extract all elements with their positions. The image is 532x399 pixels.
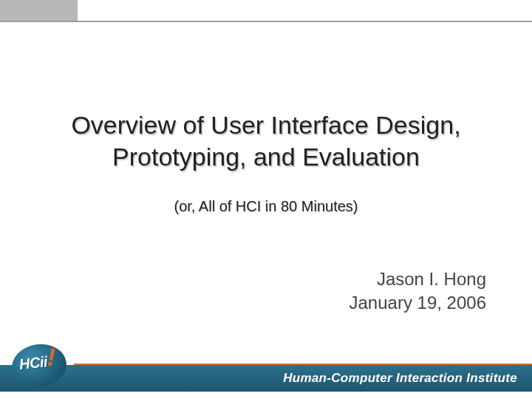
author-name: Jason I. Hong [349,267,486,291]
hcii-logo: HCii ! [12,338,66,393]
top-divider-line [0,21,532,22]
title-line-1: Overview of User Interface Design, [71,111,460,139]
title-line-2: Prototyping, and Evaluation [112,143,420,171]
top-gray-block [0,0,78,21]
footer-institute-text: Human-Computer Interaction Institute [283,371,517,386]
footer-bar: Human-Computer Interaction Institute [0,365,532,392]
slide-title: Overview of User Interface Design, Proto… [0,109,532,172]
author-block: Jason I. Hong January 19, 2006 [349,267,486,316]
slide-subtitle: (or, All of HCI in 80 Minutes) [0,198,532,215]
presentation-date: January 19, 2006 [349,291,486,315]
